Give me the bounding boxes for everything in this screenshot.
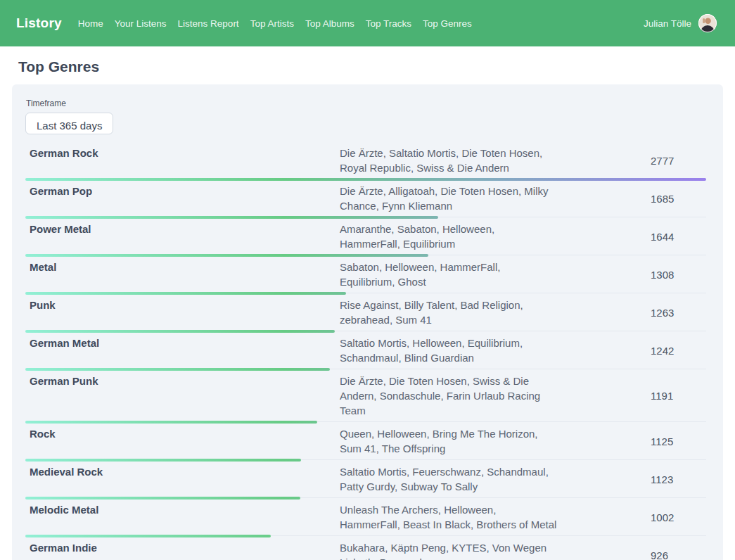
nav-item-home[interactable]: Home (78, 18, 103, 29)
row-spacer (558, 298, 651, 327)
row-spacer (558, 426, 651, 456)
genre-name: German Metal (25, 336, 340, 365)
row-spacer (558, 540, 651, 560)
genre-top-artists: Unleash The Archers, Helloween, HammerFa… (340, 502, 558, 532)
genre-name: Medieval Rock (25, 464, 340, 494)
genre-top-artists: Saltatio Mortis, Feuerschwanz, Schandmau… (340, 464, 558, 494)
top-genres-card: Timeframe Last 365 days German Rock Die … (12, 84, 723, 560)
nav-item-top-artists[interactable]: Top Artists (250, 18, 294, 29)
row-spacer (558, 260, 651, 289)
genre-row: German Metal Saltatio Mortis, Helloween,… (25, 331, 706, 369)
row-spacer (558, 146, 651, 175)
nav-item-top-albums[interactable]: Top Albums (305, 18, 354, 29)
genre-row: Metal Sabaton, Helloween, HammerFall, Eq… (25, 255, 706, 293)
user-menu[interactable]: Julian Tölle (644, 14, 717, 32)
genre-listen-count: 2777 (651, 153, 706, 168)
app-logo[interactable]: Listory (16, 15, 62, 31)
genre-progress-gradient (25, 535, 271, 537)
main-nav: Home Your Listens Listens Report Top Art… (78, 18, 472, 29)
genre-listen-count: 1308 (651, 267, 706, 282)
genre-listen-count: 1191 (651, 388, 706, 403)
genre-progress-bar (25, 330, 335, 333)
genre-progress-bar (25, 421, 317, 424)
genre-listen-count: 1263 (651, 305, 706, 320)
row-spacer (558, 502, 651, 532)
genre-progress-bar (25, 459, 301, 462)
genre-name: Punk (25, 298, 340, 327)
genre-top-artists: Die Ärzte, Alligatoah, Die Toten Hosen, … (340, 184, 558, 213)
genre-progress-bar (25, 254, 428, 257)
genre-listen-count: 1125 (651, 434, 706, 449)
genre-row: Rock Queen, Helloween, Bring Me The Hori… (25, 422, 706, 460)
top-navigation-bar: Listory Home Your Listens Listens Report… (0, 0, 735, 46)
genre-progress-gradient (25, 497, 300, 499)
genre-listen-count: 1644 (651, 229, 706, 244)
genre-top-artists: Die Ärzte, Saltatio Mortis, Die Toten Ho… (340, 146, 558, 175)
genre-progress-bar (25, 178, 706, 181)
genre-name: German Rock (25, 146, 340, 175)
nav-item-top-genres[interactable]: Top Genres (423, 18, 472, 29)
genre-top-artists: Bukahara, Käptn Peng, KYTES, Von Wegen L… (340, 540, 558, 560)
genre-progress-gradient (25, 421, 317, 424)
genre-progress-gradient (25, 216, 438, 219)
genre-listen-count: 1242 (651, 343, 706, 358)
page-title: Top Genres (0, 46, 735, 84)
genre-progress-gradient (25, 459, 301, 462)
genre-name: German Pop (25, 184, 340, 213)
row-spacer (558, 336, 651, 365)
genre-progress-gradient (25, 292, 346, 295)
user-avatar-icon[interactable] (698, 14, 717, 32)
genre-name: German Indie (25, 540, 340, 560)
genre-list: German Rock Die Ärzte, Saltatio Mortis, … (25, 141, 706, 560)
genre-row: German Indie Bukahara, Käptn Peng, KYTES… (25, 536, 706, 560)
row-spacer (558, 222, 651, 251)
nav-item-listens-report[interactable]: Listens Report (178, 18, 239, 29)
genre-progress-bar (25, 216, 438, 219)
genre-name: Metal (25, 260, 340, 289)
genre-name: German Punk (25, 374, 340, 418)
row-spacer (558, 374, 651, 418)
genre-name: Power Metal (25, 222, 340, 251)
genre-progress-bar (25, 368, 330, 371)
genre-row: German Rock Die Ärzte, Saltatio Mortis, … (25, 141, 706, 179)
genre-top-artists: Sabaton, Helloween, HammerFall, Equilibr… (340, 260, 558, 289)
row-spacer (558, 184, 651, 213)
user-name: Julian Tölle (644, 18, 691, 29)
genre-listen-count: 1002 (651, 510, 706, 525)
genre-top-artists: Die Ärzte, Die Toten Hosen, Swiss & Die … (340, 374, 558, 418)
genre-row: Punk Rise Against, Billy Talent, Bad Rel… (25, 293, 706, 331)
genre-row: Power Metal Amaranthe, Sabaton, Hellowee… (25, 217, 706, 255)
timeframe-select[interactable]: Last 365 days (25, 113, 113, 134)
nav-item-your-listens[interactable]: Your Listens (115, 18, 167, 29)
genre-listen-count: 1123 (651, 472, 706, 487)
nav-item-top-tracks[interactable]: Top Tracks (366, 18, 411, 29)
genre-top-artists: Rise Against, Billy Talent, Bad Religion… (340, 298, 558, 327)
genre-progress-bar (25, 535, 271, 537)
genre-name: Rock (25, 426, 340, 456)
genre-progress-bar (25, 292, 346, 295)
genre-row: German Punk Die Ärzte, Die Toten Hosen, … (25, 369, 706, 422)
genre-listen-count: 1685 (651, 191, 706, 206)
genre-listen-count: 926 (651, 548, 706, 560)
row-spacer (558, 464, 651, 494)
genre-progress-gradient (25, 178, 706, 181)
genre-row: German Pop Die Ärzte, Alligatoah, Die To… (25, 179, 706, 217)
genre-row: Medieval Rock Saltatio Mortis, Feuerschw… (25, 460, 706, 498)
timeframe-label: Timeframe (26, 98, 706, 108)
genre-top-artists: Amaranthe, Sabaton, Helloween, HammerFal… (340, 222, 558, 251)
genre-progress-gradient (25, 368, 330, 371)
genre-top-artists: Saltatio Mortis, Helloween, Equilibrium,… (340, 336, 558, 365)
genre-progress-gradient (25, 330, 335, 333)
genre-progress-bar (25, 497, 300, 499)
genre-top-artists: Queen, Helloween, Bring Me The Horizon, … (340, 426, 558, 456)
genre-progress-gradient (25, 254, 428, 257)
genre-row: Melodic Metal Unleash The Archers, Hello… (25, 498, 706, 536)
genre-name: Melodic Metal (25, 502, 340, 532)
